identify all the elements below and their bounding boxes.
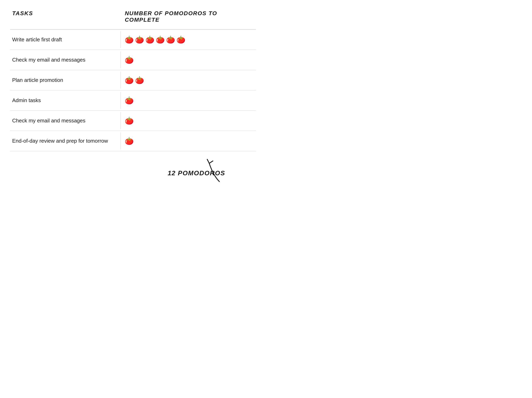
- tomato-icon: 🍅: [125, 117, 134, 124]
- task-cell-0: Write article first draft: [10, 31, 121, 48]
- footer-right: 12 POMODOROS: [121, 153, 256, 177]
- table-row: Admin tasks🍅: [10, 90, 256, 111]
- pomodoros-cell-3: 🍅: [121, 92, 256, 109]
- pomodoros-cell-0: 🍅🍅🍅🍅🍅🍅: [121, 31, 256, 49]
- tomato-icon: 🍅: [125, 36, 134, 43]
- tomato-icon: 🍅: [125, 137, 134, 145]
- tasks-column-header: TASKS: [10, 8, 121, 25]
- tomato-icon: 🍅: [156, 36, 165, 43]
- tomato-icon: 🍅: [125, 77, 134, 84]
- task-text-5: End-of-day review and prep for tomorrow: [12, 138, 108, 144]
- pomodoros-cell-2: 🍅🍅: [121, 72, 256, 89]
- tomato-icon: 🍅: [145, 36, 154, 43]
- task-text-0: Write article first draft: [12, 37, 62, 43]
- table-footer: 12 POMODOROS: [10, 151, 256, 177]
- task-text-2: Plan article promotion: [12, 77, 63, 83]
- footer-left: [10, 153, 121, 177]
- task-text-1: Check my email and messages: [12, 57, 85, 63]
- main-table: TASKS NUMBER OF POMODOROS TO COMPLETE Wr…: [10, 8, 256, 177]
- pomodoros-header-text: NUMBER OF POMODOROS TO COMPLETE: [125, 10, 217, 23]
- table-row: End-of-day review and prep for tomorrow🍅: [10, 131, 256, 151]
- tomato-icon: 🍅: [166, 36, 175, 43]
- tomato-icon: 🍅: [125, 97, 134, 104]
- arrow-icon: [201, 155, 225, 184]
- pomodoros-cell-5: 🍅: [121, 132, 256, 150]
- table-header: TASKS NUMBER OF POMODOROS TO COMPLETE: [10, 8, 256, 30]
- task-cell-4: Check my email and messages: [10, 112, 121, 129]
- task-cell-1: Check my email and messages: [10, 51, 121, 68]
- pomodoros-cell-1: 🍅: [121, 51, 256, 69]
- tomato-icon: 🍅: [176, 36, 185, 43]
- table-row: Plan article promotion🍅🍅: [10, 70, 256, 90]
- pomodoros-column-header: NUMBER OF POMODOROS TO COMPLETE: [121, 8, 256, 25]
- task-cell-3: Admin tasks: [10, 92, 121, 109]
- table-body: Write article first draft🍅🍅🍅🍅🍅🍅Check my …: [10, 30, 256, 151]
- table-row: Check my email and messages🍅: [10, 50, 256, 70]
- task-cell-2: Plan article promotion: [10, 72, 121, 89]
- table-row: Write article first draft🍅🍅🍅🍅🍅🍅: [10, 30, 256, 50]
- tomato-icon: 🍅: [125, 56, 134, 64]
- task-cell-5: End-of-day review and prep for tomorrow: [10, 132, 121, 149]
- task-text-4: Check my email and messages: [12, 118, 85, 124]
- task-text-3: Admin tasks: [12, 97, 41, 103]
- pomodoros-cell-4: 🍅: [121, 112, 256, 130]
- tomato-icon: 🍅: [135, 36, 144, 43]
- table-row: Check my email and messages🍅: [10, 111, 256, 131]
- tomato-icon: 🍅: [135, 77, 144, 84]
- tasks-header-text: TASKS: [12, 10, 33, 16]
